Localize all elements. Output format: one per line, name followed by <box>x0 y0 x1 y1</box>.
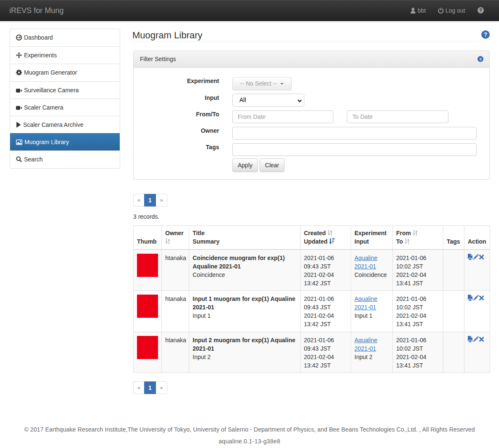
svg-text:?: ? <box>479 8 482 13</box>
svg-text:?: ? <box>479 57 482 62</box>
svg-text:?: ? <box>484 31 488 38</box>
